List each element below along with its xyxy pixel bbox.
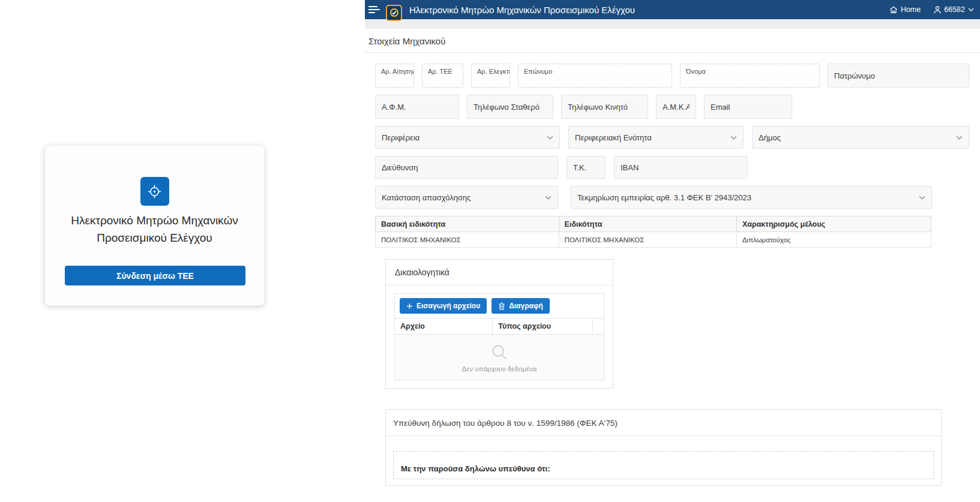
- documents-grid-header: Αρχείο Τύπος αρχείου: [394, 318, 604, 335]
- app-header-title: Ηλεκτρονικό Μητρώο Μηχανικών Προσεισμικο…: [409, 5, 635, 15]
- trash-icon: [498, 302, 505, 310]
- crosshair-target-icon: [140, 177, 169, 206]
- user-id-label: 66582: [944, 5, 965, 14]
- form-row-contact: [375, 95, 980, 119]
- column-header: Αρχείο: [395, 318, 493, 334]
- magnifier-search-icon: [490, 342, 509, 362]
- basic-specialty-cell: ΠΟΛΙΤΙΚΟΣ ΜΗΧΑΝΙΚΟΣ: [376, 232, 559, 248]
- hamburger-menu-icon[interactable]: [368, 6, 380, 13]
- mobile-phone-input[interactable]: [561, 95, 648, 119]
- chevron-down-icon: [730, 136, 737, 140]
- landline-phone-input[interactable]: [467, 95, 553, 119]
- app-pane: Ηλεκτρονικό Μητρώο Μηχανικών Προσεισμικο…: [365, 0, 980, 502]
- login-card: Ηλεκτρονικό Μητρώο Μηχανικών Προσεισμικο…: [44, 145, 265, 306]
- postal-code-input[interactable]: [567, 156, 606, 179]
- tee-number-field: Αρ. ΤΕΕ: [422, 64, 463, 88]
- declaration-panel-title: Υπεύθυνη δήλωση του άρθρου 8 του ν. 1599…: [386, 410, 941, 436]
- user-menu[interactable]: 66582: [934, 5, 974, 14]
- region-dropdown[interactable]: Περιφέρεια: [375, 126, 560, 149]
- documents-empty-state: Δεν υπάρχουν δεδομένα: [394, 335, 604, 380]
- column-header: Χαρακτηρισμός μέλους: [736, 217, 931, 232]
- plus-icon: [406, 303, 413, 309]
- email-input[interactable]: [704, 95, 792, 119]
- person-icon: [934, 6, 941, 14]
- chevron-down-icon: [547, 136, 553, 140]
- municipality-dropdown[interactable]: Δήμος: [752, 126, 969, 149]
- specialty-cell: ΠΟΛΙΤΙΚΟΣ ΜΗΧΑΝΙΚΟΣ: [559, 232, 736, 248]
- declaration-lead-text: Με την παρούσα δηλώνω υπεύθυνα ότι:: [401, 464, 926, 473]
- specialties-table: Βασική ειδικότητα Ειδικότητα Χαρακτηρισμ…: [375, 216, 931, 248]
- declaration-panel: Υπεύθυνη δήλωση του άρθρου 8 του ν. 1599…: [385, 409, 942, 486]
- table-row[interactable]: ΠΟΛΙΤΙΚΟΣ ΜΗΧΑΝΙΚΟΣ ΠΟΛΙΤΙΚΟΣ ΜΗΧΑΝΙΚΟΣ …: [376, 232, 931, 248]
- insert-file-button[interactable]: Εισαγωγή αρχείου: [400, 298, 487, 314]
- firstname-field: Όνομα: [680, 64, 820, 88]
- experience-doc-dropdown[interactable]: Τεκμηρίωση εμπειρίας αρθ. 3.1 ΦΕΚ Β' 294…: [571, 186, 932, 209]
- form-row-identity: Αρ. Αίτησης Αρ. ΤΕΕ Αρ. Ελεγκτή Επώνυμο …: [375, 64, 980, 88]
- regional-unit-dropdown[interactable]: Περιφερειακή Ενότητα: [568, 126, 744, 149]
- chevron-down-icon: [968, 8, 974, 11]
- tee-login-button[interactable]: Σύνδεση μέσω ΤΕΕ: [65, 266, 245, 285]
- chevron-down-icon: [545, 196, 552, 200]
- afm-input[interactable]: [375, 95, 459, 119]
- declaration-box: Με την παρούσα δηλώνω υπεύθυνα ότι:: [393, 451, 934, 479]
- column-header: Τύπος αρχείου: [493, 318, 593, 334]
- chevron-down-icon: [956, 136, 963, 140]
- empty-state-text: Δεν υπάρχουν δεδομένα: [462, 365, 537, 372]
- fathers-name-input[interactable]: [828, 64, 969, 88]
- inspector-number-field: Αρ. Ελεγκτή: [471, 64, 510, 88]
- specialties-header-row: Βασική ειδικότητα Ειδικότητα Χαρακτηρισμ…: [376, 217, 931, 232]
- page-title: Στοιχεία Μηχανικού: [365, 29, 980, 53]
- iban-input[interactable]: [614, 156, 748, 179]
- house-icon: [889, 6, 898, 14]
- login-app-title: Ηλεκτρονικό Μητρώο Μηχανικών Προσεισμικο…: [45, 212, 264, 247]
- surname-field: Επώνυμο: [518, 64, 672, 88]
- delete-file-button[interactable]: Διαγραφή: [492, 298, 550, 314]
- documents-panel-title: Δικαιολογητικά: [386, 260, 613, 285]
- form-row-location: Περιφέρεια Περιφερειακή Ενότητα Δήμος: [375, 126, 980, 149]
- form-row-employment: Κατάσταση απασχόλησης Τεκμηρίωση εμπειρί…: [375, 186, 980, 209]
- subheader-strip: [365, 19, 980, 29]
- app-header: Ηλεκτρονικό Μητρώο Μηχανικών Προσεισμικο…: [365, 0, 980, 19]
- application-number-field: Αρ. Αίτησης: [375, 64, 414, 88]
- column-header: Ειδικότητα: [559, 217, 736, 232]
- address-input[interactable]: [375, 156, 558, 179]
- column-header: Βασική ειδικότητα: [376, 217, 559, 232]
- amka-input[interactable]: [656, 95, 696, 119]
- form-row-address: [375, 156, 980, 179]
- column-header-spacer: [593, 318, 604, 334]
- documents-panel: Δικαιολογητικά Εισαγωγή αρχείου: [385, 259, 613, 389]
- documents-toolbar: Εισαγωγή αρχείου Διαγραφή: [394, 293, 604, 318]
- engineer-form: Αρ. Αίτησης Αρ. ΤΕΕ Αρ. Ελεγκτή Επώνυμο …: [365, 53, 980, 486]
- employment-status-dropdown[interactable]: Κατάσταση απασχόλησης: [375, 186, 558, 209]
- registry-logo-checkmark-icon: [386, 5, 402, 21]
- chevron-down-icon: [919, 196, 925, 200]
- home-label: Home: [901, 5, 921, 14]
- login-pane: Ηλεκτρονικό Μητρώο Μηχανικών Προσεισμικο…: [0, 0, 362, 502]
- home-link[interactable]: Home: [889, 5, 921, 14]
- member-type-cell: Διπλωματούχος: [736, 232, 931, 248]
